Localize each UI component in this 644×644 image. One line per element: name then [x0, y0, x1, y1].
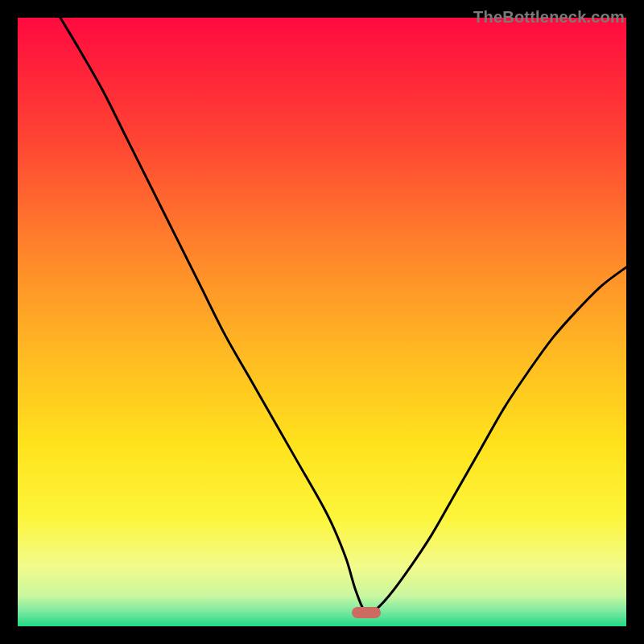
chart-frame: TheBottleneck.com [10, 10, 634, 634]
bottleneck-curve [18, 18, 626, 626]
optimal-marker [352, 607, 381, 618]
plot-area [18, 18, 626, 626]
attribution-text: TheBottleneck.com [473, 8, 625, 27]
